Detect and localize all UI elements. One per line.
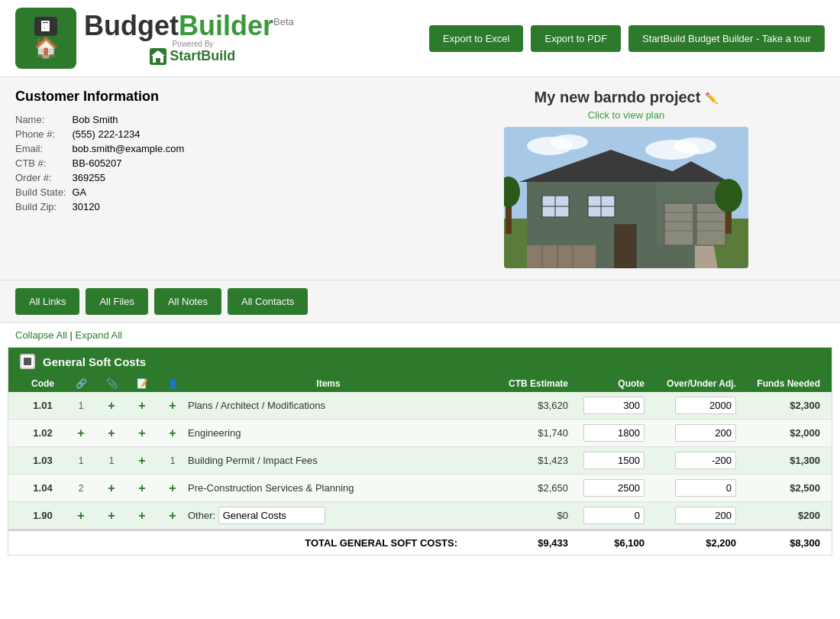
svg-point-5: [550, 134, 588, 150]
info-section: Customer Information Name: Bob Smith Pho…: [0, 77, 840, 280]
row-overunder-cell: [645, 507, 736, 524]
take-tour-button[interactable]: StartBuild Budget Builder - Take a tour: [628, 25, 825, 52]
project-area: My new barndo project ✏️ Click to view p…: [428, 89, 825, 268]
row-contacts-add[interactable]: +: [157, 426, 188, 440]
all-contacts-button[interactable]: All Contacts: [228, 288, 308, 315]
row-funds: $2,500: [736, 482, 820, 494]
row-code: 1.02: [20, 427, 66, 439]
col-contacts: 👤: [157, 378, 188, 389]
row-code: 1.90: [20, 510, 66, 521]
export-excel-button[interactable]: Export to Excel: [429, 25, 523, 52]
row-notes-add[interactable]: +: [127, 509, 157, 523]
export-pdf-button[interactable]: Export to PDF: [531, 25, 621, 52]
section-title: General Soft Costs: [43, 355, 146, 368]
row-files-add[interactable]: +: [96, 426, 127, 440]
row-code: 1.03: [20, 455, 66, 466]
logo-area: 🖩 🏠 BudgetBuilderBeta Powered By StartBu…: [15, 8, 294, 69]
svg-point-7: [674, 138, 716, 154]
row-notes-add[interactable]: +: [127, 481, 157, 495]
overunder-input[interactable]: [675, 479, 736, 497]
row-links-add[interactable]: +: [66, 509, 96, 523]
info-row-name: Name: Bob Smith: [15, 112, 184, 127]
row-funds: $200: [736, 510, 820, 521]
row-contacts-add[interactable]: +: [157, 509, 188, 523]
info-table: Name: Bob Smith Phone #: (555) 222-1234 …: [15, 112, 184, 214]
row-ctb: $1,740: [469, 427, 568, 439]
startbuild-house-icon: [150, 48, 166, 65]
all-links-button[interactable]: All Links: [15, 288, 79, 315]
totals-funds: $8,300: [736, 537, 820, 549]
row-links-count[interactable]: 1: [66, 400, 96, 411]
info-row-ctb: CTB #: BB-605207: [15, 156, 184, 170]
quote-input[interactable]: [583, 397, 645, 414]
totals-overunder: $2,200: [645, 537, 736, 549]
totals-quote: $6,100: [568, 537, 645, 549]
info-row-state: Build State: GA: [15, 185, 184, 199]
totals-ctb: $9,433: [469, 537, 568, 549]
row-ctb: $1,423: [469, 455, 568, 466]
table-row: 1.90 + + + + Other: $0 $200: [8, 502, 832, 530]
row-files-add[interactable]: +: [96, 509, 127, 523]
row-code: 1.01: [20, 400, 66, 411]
collapse-all-link[interactable]: Collapse All: [15, 329, 67, 341]
col-links: 🔗: [66, 378, 96, 389]
row-funds: $2,000: [736, 427, 820, 439]
powered-by: Powered By StartBuild: [92, 40, 294, 65]
view-plan-link[interactable]: Click to view plan: [588, 109, 664, 121]
info-row-email: Email: bob.smith@example.com: [15, 141, 184, 156]
row-contacts-add[interactable]: +: [157, 399, 188, 413]
overunder-input[interactable]: [675, 424, 736, 442]
row-files-count[interactable]: 1: [96, 455, 127, 466]
col-files: 📎: [96, 378, 127, 389]
svg-rect-20: [664, 203, 693, 245]
svg-rect-29: [527, 245, 596, 268]
all-notes-button[interactable]: All Notes: [154, 288, 221, 315]
collapse-expand: Collapse All | Expand All: [0, 323, 840, 347]
overunder-input[interactable]: [675, 507, 736, 524]
row-notes-add[interactable]: +: [127, 454, 157, 468]
quote-input[interactable]: [583, 479, 645, 497]
row-links-add[interactable]: +: [66, 426, 96, 440]
row-contacts-add[interactable]: +: [157, 481, 188, 495]
row-notes-add[interactable]: +: [127, 399, 157, 413]
row-links-count[interactable]: 1: [66, 455, 96, 466]
cost-section: General Soft Costs Code 🔗 📎 📝 👤 Items CT…: [8, 347, 832, 556]
table-row: 1.03 1 1 + 1 Building Permit / Impact Fe…: [8, 447, 832, 475]
logo-text: BudgetBuilderBeta Powered By StartBuild: [84, 12, 294, 65]
row-code: 1.04: [20, 482, 66, 494]
all-files-button[interactable]: All Files: [86, 288, 148, 315]
row-quote-cell: [568, 479, 645, 497]
edit-project-icon[interactable]: ✏️: [705, 92, 718, 104]
column-headers: Code 🔗 📎 📝 👤 Items CTB Estimate Quote Ov…: [8, 375, 832, 392]
row-ctb: $3,620: [469, 400, 568, 411]
other-item-input[interactable]: [218, 507, 325, 524]
row-overunder-cell: [645, 452, 736, 469]
row-files-add[interactable]: +: [96, 481, 127, 495]
info-row-zip: Build Zip: 30120: [15, 199, 184, 214]
customer-info-title: Customer Information: [15, 89, 412, 105]
overunder-input[interactable]: [675, 452, 736, 469]
svg-rect-28: [615, 225, 636, 268]
col-code: Code: [20, 378, 66, 389]
row-item-other: Other:: [188, 507, 469, 524]
quote-input[interactable]: [583, 452, 645, 469]
row-notes-add[interactable]: +: [127, 426, 157, 440]
table-row: 1.02 + + + + Engineering $1,740 $2,000: [8, 420, 832, 447]
row-ctb: $0: [469, 510, 568, 521]
row-ctb: $2,650: [469, 482, 568, 494]
col-items: Items: [188, 378, 469, 389]
quote-input[interactable]: [583, 507, 645, 524]
overunder-input[interactable]: [675, 397, 736, 414]
svg-point-34: [715, 179, 742, 212]
row-links-count[interactable]: 2: [66, 483, 96, 494]
expand-all-link[interactable]: Expand All: [76, 329, 122, 341]
info-row-phone: Phone #: (555) 222-1234: [15, 127, 184, 141]
section-checkbox[interactable]: [20, 354, 35, 369]
row-files-add[interactable]: +: [96, 399, 127, 413]
col-quote: Quote: [568, 378, 645, 389]
quote-input[interactable]: [583, 424, 645, 442]
row-overunder-cell: [645, 397, 736, 414]
row-funds: $2,300: [736, 400, 820, 411]
row-overunder-cell: [645, 424, 736, 442]
row-contacts-count[interactable]: 1: [157, 455, 188, 466]
